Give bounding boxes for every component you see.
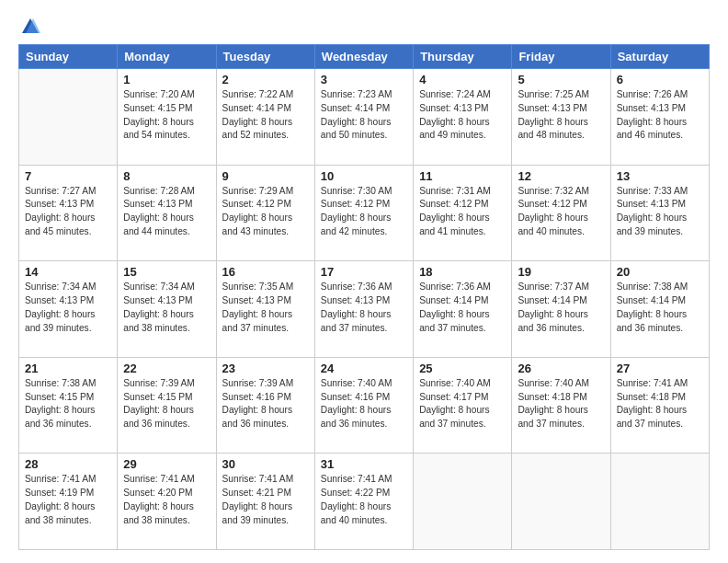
calendar-cell: 21Sunrise: 7:38 AM Sunset: 4:15 PM Dayli… xyxy=(19,357,118,454)
day-number: 12 xyxy=(518,169,604,183)
calendar-cell: 23Sunrise: 7:39 AM Sunset: 4:16 PM Dayli… xyxy=(216,357,314,454)
calendar-cell xyxy=(512,454,610,550)
calendar-cell: 26Sunrise: 7:40 AM Sunset: 4:18 PM Dayli… xyxy=(512,357,610,454)
calendar-cell xyxy=(610,454,709,550)
day-number: 16 xyxy=(222,265,309,279)
day-number: 3 xyxy=(321,73,407,86)
calendar-header-saturday: Saturday xyxy=(610,45,709,69)
day-info: Sunrise: 7:28 AM Sunset: 4:13 PM Dayligh… xyxy=(123,185,210,239)
day-number: 20 xyxy=(617,265,703,279)
day-number: 9 xyxy=(222,169,309,183)
day-number: 22 xyxy=(123,362,210,375)
calendar-week-row: 28Sunrise: 7:41 AM Sunset: 4:19 PM Dayli… xyxy=(19,454,710,550)
calendar-cell: 14Sunrise: 7:34 AM Sunset: 4:13 PM Dayli… xyxy=(19,261,118,358)
day-number: 8 xyxy=(123,169,210,183)
calendar-week-row: 21Sunrise: 7:38 AM Sunset: 4:15 PM Dayli… xyxy=(19,357,710,454)
calendar-cell: 28Sunrise: 7:41 AM Sunset: 4:19 PM Dayli… xyxy=(19,454,118,550)
day-info: Sunrise: 7:37 AM Sunset: 4:14 PM Dayligh… xyxy=(518,281,604,335)
calendar-cell: 2Sunrise: 7:22 AM Sunset: 4:14 PM Daylig… xyxy=(216,69,314,166)
calendar-cell: 22Sunrise: 7:39 AM Sunset: 4:15 PM Dayli… xyxy=(118,357,216,454)
day-number: 11 xyxy=(419,169,506,183)
calendar-cell: 13Sunrise: 7:33 AM Sunset: 4:13 PM Dayli… xyxy=(610,165,709,261)
calendar-cell: 11Sunrise: 7:31 AM Sunset: 4:12 PM Dayli… xyxy=(414,165,512,261)
day-info: Sunrise: 7:20 AM Sunset: 4:15 PM Dayligh… xyxy=(123,88,210,143)
day-number: 7 xyxy=(25,169,111,183)
day-info: Sunrise: 7:40 AM Sunset: 4:17 PM Dayligh… xyxy=(419,377,506,431)
calendar-cell xyxy=(414,454,512,550)
calendar-cell: 8Sunrise: 7:28 AM Sunset: 4:13 PM Daylig… xyxy=(118,165,216,261)
page: SundayMondayTuesdayWednesdayThursdayFrid… xyxy=(0,0,728,563)
day-info: Sunrise: 7:41 AM Sunset: 4:20 PM Dayligh… xyxy=(123,473,210,527)
day-number: 21 xyxy=(25,362,111,375)
calendar-week-row: 7Sunrise: 7:27 AM Sunset: 4:13 PM Daylig… xyxy=(19,165,710,261)
day-info: Sunrise: 7:33 AM Sunset: 4:13 PM Dayligh… xyxy=(617,185,703,239)
day-info: Sunrise: 7:40 AM Sunset: 4:16 PM Dayligh… xyxy=(321,377,407,431)
calendar-header-thursday: Thursday xyxy=(414,45,512,69)
logo xyxy=(18,17,40,37)
day-number: 5 xyxy=(518,73,604,86)
day-info: Sunrise: 7:41 AM Sunset: 4:18 PM Dayligh… xyxy=(617,377,703,431)
day-number: 13 xyxy=(617,169,703,183)
calendar-header-sunday: Sunday xyxy=(19,45,118,69)
day-info: Sunrise: 7:22 AM Sunset: 4:14 PM Dayligh… xyxy=(222,88,309,143)
calendar-cell: 27Sunrise: 7:41 AM Sunset: 4:18 PM Dayli… xyxy=(610,357,709,454)
day-number: 31 xyxy=(321,457,407,471)
day-number: 10 xyxy=(321,169,407,183)
logo-icon xyxy=(20,17,40,37)
day-info: Sunrise: 7:36 AM Sunset: 4:13 PM Dayligh… xyxy=(321,281,407,335)
calendar-cell: 10Sunrise: 7:30 AM Sunset: 4:12 PM Dayli… xyxy=(314,165,413,261)
day-number: 14 xyxy=(25,265,111,279)
calendar-cell: 1Sunrise: 7:20 AM Sunset: 4:15 PM Daylig… xyxy=(118,69,216,166)
day-info: Sunrise: 7:31 AM Sunset: 4:12 PM Dayligh… xyxy=(419,185,506,239)
calendar-cell: 9Sunrise: 7:29 AM Sunset: 4:12 PM Daylig… xyxy=(216,165,314,261)
calendar-cell: 5Sunrise: 7:25 AM Sunset: 4:13 PM Daylig… xyxy=(512,69,610,166)
day-number: 24 xyxy=(321,362,407,375)
day-info: Sunrise: 7:38 AM Sunset: 4:15 PM Dayligh… xyxy=(25,377,111,431)
day-number: 17 xyxy=(321,265,407,279)
calendar-header-wednesday: Wednesday xyxy=(314,45,413,69)
day-number: 30 xyxy=(222,457,309,471)
calendar-cell: 16Sunrise: 7:35 AM Sunset: 4:13 PM Dayli… xyxy=(216,261,314,358)
calendar-cell: 17Sunrise: 7:36 AM Sunset: 4:13 PM Dayli… xyxy=(314,261,413,358)
calendar-header-tuesday: Tuesday xyxy=(216,45,314,69)
day-info: Sunrise: 7:23 AM Sunset: 4:14 PM Dayligh… xyxy=(321,88,407,143)
calendar-table: SundayMondayTuesdayWednesdayThursdayFrid… xyxy=(18,44,710,550)
calendar-cell: 3Sunrise: 7:23 AM Sunset: 4:14 PM Daylig… xyxy=(314,69,413,166)
day-number: 1 xyxy=(123,73,210,86)
calendar-week-row: 14Sunrise: 7:34 AM Sunset: 4:13 PM Dayli… xyxy=(19,261,710,358)
calendar-cell: 29Sunrise: 7:41 AM Sunset: 4:20 PM Dayli… xyxy=(118,454,216,550)
day-number: 26 xyxy=(518,362,604,375)
calendar-header-monday: Monday xyxy=(118,45,216,69)
calendar-cell: 20Sunrise: 7:38 AM Sunset: 4:14 PM Dayli… xyxy=(610,261,709,358)
calendar-cell xyxy=(19,69,118,166)
calendar-cell: 19Sunrise: 7:37 AM Sunset: 4:14 PM Dayli… xyxy=(512,261,610,358)
calendar-cell: 30Sunrise: 7:41 AM Sunset: 4:21 PM Dayli… xyxy=(216,454,314,550)
day-number: 6 xyxy=(617,73,703,86)
calendar-header-row: SundayMondayTuesdayWednesdayThursdayFrid… xyxy=(19,45,710,69)
day-info: Sunrise: 7:24 AM Sunset: 4:13 PM Dayligh… xyxy=(419,88,506,143)
header xyxy=(18,17,710,37)
calendar-cell: 7Sunrise: 7:27 AM Sunset: 4:13 PM Daylig… xyxy=(19,165,118,261)
day-info: Sunrise: 7:30 AM Sunset: 4:12 PM Dayligh… xyxy=(321,185,407,239)
day-info: Sunrise: 7:41 AM Sunset: 4:22 PM Dayligh… xyxy=(321,473,407,527)
day-number: 28 xyxy=(25,457,111,471)
day-info: Sunrise: 7:39 AM Sunset: 4:16 PM Dayligh… xyxy=(222,377,309,431)
calendar-cell: 12Sunrise: 7:32 AM Sunset: 4:12 PM Dayli… xyxy=(512,165,610,261)
day-info: Sunrise: 7:34 AM Sunset: 4:13 PM Dayligh… xyxy=(25,281,111,335)
calendar-header-friday: Friday xyxy=(512,45,610,69)
calendar-cell: 4Sunrise: 7:24 AM Sunset: 4:13 PM Daylig… xyxy=(414,69,512,166)
day-info: Sunrise: 7:41 AM Sunset: 4:19 PM Dayligh… xyxy=(25,473,111,527)
calendar-week-row: 1Sunrise: 7:20 AM Sunset: 4:15 PM Daylig… xyxy=(19,69,710,166)
calendar-cell: 6Sunrise: 7:26 AM Sunset: 4:13 PM Daylig… xyxy=(610,69,709,166)
day-number: 15 xyxy=(123,265,210,279)
calendar-cell: 15Sunrise: 7:34 AM Sunset: 4:13 PM Dayli… xyxy=(118,261,216,358)
day-info: Sunrise: 7:36 AM Sunset: 4:14 PM Dayligh… xyxy=(419,281,506,335)
day-number: 29 xyxy=(123,457,210,471)
calendar-cell: 31Sunrise: 7:41 AM Sunset: 4:22 PM Dayli… xyxy=(314,454,413,550)
day-info: Sunrise: 7:26 AM Sunset: 4:13 PM Dayligh… xyxy=(617,88,703,143)
day-number: 27 xyxy=(617,362,703,375)
calendar-cell: 25Sunrise: 7:40 AM Sunset: 4:17 PM Dayli… xyxy=(414,357,512,454)
day-info: Sunrise: 7:41 AM Sunset: 4:21 PM Dayligh… xyxy=(222,473,309,527)
day-info: Sunrise: 7:25 AM Sunset: 4:13 PM Dayligh… xyxy=(518,88,604,143)
day-number: 25 xyxy=(419,362,506,375)
